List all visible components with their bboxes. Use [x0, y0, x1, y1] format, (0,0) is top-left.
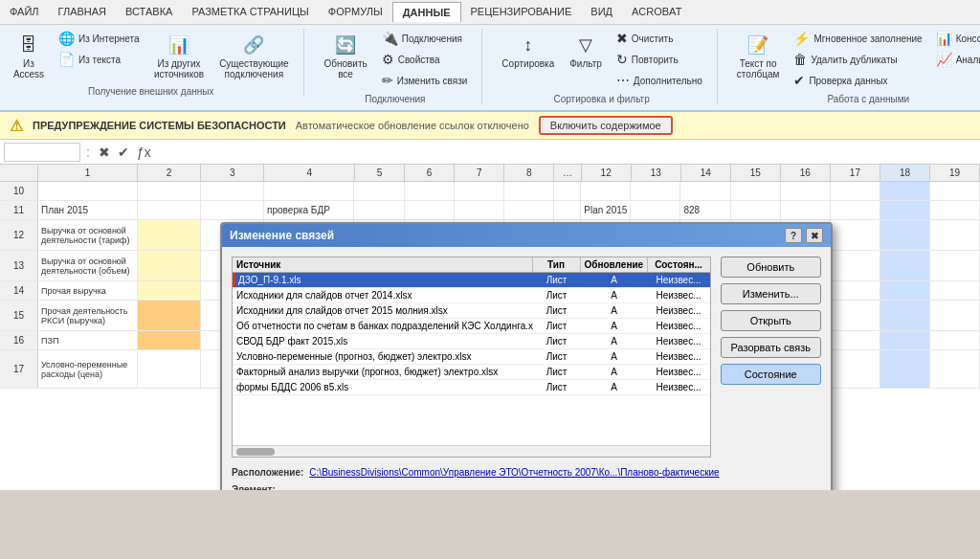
break-link-button[interactable]: Разорвать связь	[721, 337, 822, 358]
cell-12-17[interactable]	[831, 220, 880, 250]
cell-14-19[interactable]	[930, 281, 980, 300]
cell-12-1[interactable]: Выручка от основной деятельности (тариф)	[38, 220, 138, 250]
cell-10-5[interactable]	[354, 182, 404, 200]
insert-function-icon[interactable]: ƒx	[134, 145, 154, 160]
ribbon-btn-text[interactable]: 📄 Из текста	[54, 50, 145, 69]
ribbon-btn-sort[interactable]: ↕ Сортировка	[496, 29, 560, 72]
cell-15-17[interactable]	[831, 301, 880, 330]
cell-12-19[interactable]	[930, 220, 980, 250]
cell-10-dot[interactable]	[554, 182, 582, 200]
cell-11-5[interactable]	[354, 201, 404, 219]
cell-11-2[interactable]	[138, 201, 201, 219]
cell-15-19[interactable]	[930, 301, 980, 330]
ribbon-btn-consolidate[interactable]: 📊 Консоли...	[931, 29, 980, 48]
cell-16-2[interactable]	[138, 331, 201, 349]
cell-10-17[interactable]	[831, 182, 880, 200]
cell-15-18[interactable]	[880, 301, 930, 330]
cell-13-2[interactable]	[138, 251, 201, 280]
cell-11-6[interactable]	[405, 201, 455, 219]
menu-file[interactable]: ФАЙЛ	[0, 2, 49, 22]
list-item[interactable]: Исходники для слайдов отчет 2014.xlsx Ли…	[233, 288, 710, 303]
ribbon-btn-flash-fill[interactable]: ⚡ Мгновенное заполнение	[789, 29, 926, 48]
cell-11-15[interactable]	[731, 201, 781, 219]
cell-12-2[interactable]	[138, 220, 201, 250]
cell-10-2[interactable]	[138, 182, 201, 200]
ribbon-btn-existing-connections[interactable]: 🔗 Существующие подключения	[213, 29, 294, 82]
cell-10-4[interactable]	[264, 182, 354, 200]
cell-17-17[interactable]	[831, 350, 880, 388]
cell-11-16[interactable]	[781, 201, 831, 219]
cell-10-3[interactable]	[201, 182, 264, 200]
cell-11-12[interactable]: Plan 2015	[581, 201, 631, 219]
cell-13-17[interactable]	[831, 251, 880, 280]
cell-12-18[interactable]	[880, 220, 930, 250]
cell-14-17[interactable]	[831, 281, 880, 300]
dialog-close-button[interactable]: ✖	[806, 228, 823, 243]
menu-page-layout[interactable]: РАЗМЕТКА СТРАНИЦЫ	[182, 2, 318, 22]
cell-10-7[interactable]	[455, 182, 504, 200]
list-item[interactable]: Условно-переменные (прогноз, бюджет) эле…	[233, 349, 710, 365]
links-list[interactable]: Источник Тип Обновление Состоян... ДЗО_П…	[232, 257, 711, 458]
cell-10-8[interactable]	[504, 182, 554, 200]
update-button[interactable]: Обновить	[721, 257, 822, 278]
enable-content-button[interactable]: Включить содержимое	[539, 116, 673, 135]
menu-acrobat[interactable]: ACROBAT	[622, 2, 691, 22]
ribbon-btn-analysis[interactable]: 📈 Анализ...	[931, 50, 980, 69]
cell-16-1[interactable]: ПЗП	[38, 331, 138, 349]
list-item[interactable]: Об отчетности по счетам в банках подразд…	[233, 319, 710, 334]
cell-11-14[interactable]: 828	[680, 201, 730, 219]
cell-10-13[interactable]	[631, 182, 680, 200]
status-button[interactable]: Состояние	[721, 364, 822, 385]
cell-17-1[interactable]: Условно-переменные расходы (цена)	[38, 350, 138, 388]
list-item[interactable]: Исходники для слайдов отчет 2015 молния.…	[233, 303, 710, 319]
cell-11-1[interactable]: План 2015	[38, 201, 138, 219]
cell-15-1[interactable]: Прочая деятельность РКСИ (выручка)	[38, 301, 138, 330]
cell-10-16[interactable]	[781, 182, 831, 200]
ribbon-btn-internet[interactable]: 🌐 Из Интернета	[54, 29, 145, 48]
ribbon-btn-clear[interactable]: ✖ Очистить	[612, 29, 707, 48]
cell-10-18[interactable]	[880, 182, 930, 200]
cell-16-19[interactable]	[930, 331, 980, 349]
list-item[interactable]: ДЗО_П-9.1.xls Лист A Неизвес...	[233, 273, 710, 288]
ribbon-btn-advanced[interactable]: ⋯ Дополнительно	[612, 71, 707, 90]
cell-11-3[interactable]	[201, 201, 264, 219]
cell-11-7[interactable]	[455, 201, 504, 219]
cell-14-18[interactable]	[880, 281, 930, 300]
cell-14-1[interactable]: Прочая выручка	[38, 281, 138, 300]
formula-input[interactable]	[158, 143, 976, 162]
list-item[interactable]: СВОД БДР факт 2015.xls Лист A Неизвес...	[233, 334, 710, 349]
list-scrollbar[interactable]	[233, 445, 710, 457]
cell-11-13[interactable]	[631, 201, 680, 219]
cell-11-8[interactable]	[504, 201, 554, 219]
cell-11-19[interactable]	[930, 201, 980, 219]
cell-13-18[interactable]	[880, 251, 930, 280]
menu-formulas[interactable]: ФОРМУЛЫ	[319, 2, 392, 22]
cell-10-12[interactable]	[581, 182, 631, 200]
menu-home[interactable]: ГЛАВНАЯ	[49, 2, 116, 22]
ribbon-btn-edit-links[interactable]: ✏ Изменить связи	[377, 71, 473, 90]
menu-view[interactable]: ВИД	[581, 2, 622, 22]
cancel-formula-icon[interactable]: ✖	[96, 145, 113, 160]
menu-data[interactable]: ДАННЫЕ	[392, 2, 461, 22]
ribbon-btn-access[interactable]: 🗄 Из Access	[8, 29, 50, 82]
cell-14-2[interactable]	[138, 281, 201, 300]
cell-11-18[interactable]	[880, 201, 930, 219]
cell-15-2[interactable]	[138, 301, 201, 330]
ribbon-btn-other-sources[interactable]: 📊 Из других источников	[148, 29, 211, 82]
ribbon-btn-text-to-columns[interactable]: 📝 Текст по столбцам	[731, 29, 786, 82]
cell-11-4[interactable]: проверка БДР	[264, 201, 354, 219]
list-item[interactable]: Факторный анализ выручки (прогноз, бюдже…	[233, 365, 710, 380]
cell-13-19[interactable]	[930, 251, 980, 280]
cell-10-1[interactable]	[38, 182, 138, 200]
list-item[interactable]: формы БДДС 2006 в5.xls Лист A Неизвес...	[233, 380, 710, 395]
cell-10-15[interactable]	[731, 182, 781, 200]
cell-17-2[interactable]	[138, 350, 201, 388]
open-button[interactable]: Открыть	[721, 310, 822, 331]
dialog-help-button[interactable]: ?	[785, 228, 802, 243]
cell-16-17[interactable]	[831, 331, 880, 349]
ribbon-btn-remove-duplicates[interactable]: 🗑 Удалить дубликаты	[789, 50, 926, 69]
cell-11-17[interactable]	[831, 201, 880, 219]
confirm-formula-icon[interactable]: ✔	[115, 145, 132, 160]
ribbon-btn-properties[interactable]: ⚙ Свойства	[377, 50, 473, 69]
menu-review[interactable]: РЕЦЕНЗИРОВАНИЕ	[461, 2, 582, 22]
